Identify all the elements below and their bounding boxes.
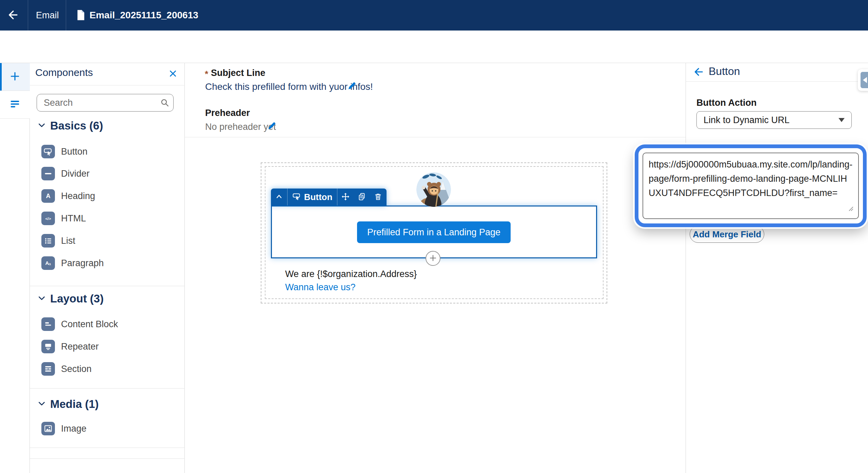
document-title: Email_20251115_200613	[90, 0, 198, 31]
pencil-icon	[347, 86, 357, 92]
components-panel-title: Components	[35, 67, 93, 78]
component-item-label: Divider	[61, 169, 90, 179]
content-block-component-icon	[41, 317, 55, 331]
section-header-basics[interactable]: Basics (6)	[37, 119, 103, 132]
component-item-label: Section	[61, 364, 92, 374]
repeater-component-icon	[41, 340, 55, 353]
component-item-label: Content Block	[61, 319, 118, 330]
back-arrow-icon	[6, 17, 18, 22]
component-item-list[interactable]: List	[41, 234, 75, 248]
component-item-heading[interactable]: A Heading	[41, 189, 95, 203]
required-mark: *	[205, 69, 208, 79]
component-type-badge: Button	[288, 189, 337, 205]
panel-title: Button	[709, 65, 740, 78]
unsubscribe-link[interactable]: Wanna leave us?	[285, 282, 356, 293]
component-item-html[interactable]: </> HTML	[41, 212, 86, 225]
button-action-dropdown[interactable]: Link to Dynamic URL	[696, 111, 852, 129]
chevron-down-icon	[37, 121, 46, 131]
panel-divider	[30, 286, 185, 286]
chevron-down-icon	[37, 399, 46, 409]
add-component-button[interactable]	[426, 251, 440, 266]
component-item-paragraph[interactable]: Aa Paragraph	[41, 256, 104, 270]
collapse-panel-button[interactable]	[858, 69, 868, 91]
component-item-label: Repeater	[61, 341, 99, 352]
component-item-repeater[interactable]: Repeater	[41, 340, 99, 353]
divider-component-icon	[41, 167, 55, 180]
button-component-icon	[41, 145, 55, 158]
chevron-up-icon	[275, 192, 283, 202]
component-action-toolbar: Button	[271, 189, 387, 205]
heading-component-icon: A	[41, 189, 55, 203]
delete-component-button[interactable]	[370, 189, 386, 205]
component-item-label: HTML	[61, 213, 86, 224]
pencil-icon	[267, 126, 277, 132]
close-icon	[169, 74, 177, 79]
svg-text:a: a	[49, 261, 51, 266]
component-item-button[interactable]: Button	[41, 145, 87, 158]
app-header: Email Email_20251115_200613	[0, 0, 868, 31]
copy-icon	[357, 192, 366, 202]
subject-separator	[185, 137, 686, 137]
section-header-layout[interactable]: Layout (3)	[37, 292, 104, 305]
section-component-icon	[41, 362, 55, 376]
header-divider	[28, 0, 28, 31]
panel-divider	[30, 448, 185, 448]
back-button[interactable]	[5, 8, 20, 23]
edit-subject-button[interactable]	[347, 80, 358, 92]
component-item-content-block[interactable]: Content Block	[41, 317, 118, 331]
plus-icon	[10, 71, 20, 82]
trash-icon	[374, 192, 382, 202]
header-divider	[66, 0, 66, 31]
svg-text:</>: </>	[45, 216, 51, 221]
collapse-icon	[861, 72, 868, 88]
move-component-button[interactable]	[337, 189, 354, 205]
component-item-label: Paragraph	[61, 258, 104, 269]
left-rail	[0, 63, 30, 473]
chevron-down-icon	[839, 118, 845, 122]
component-item-label: Button	[61, 146, 87, 157]
search-input[interactable]	[37, 94, 174, 112]
add-components-tab[interactable]	[0, 63, 30, 91]
chevron-down-icon	[37, 294, 46, 304]
dynamic-url-input[interactable]: https://d5j000000m5ubuaa.my.site.com/lp/…	[643, 153, 859, 219]
edit-preheader-button[interactable]	[267, 120, 278, 132]
paragraph-component-icon: Aa	[41, 256, 55, 270]
html-component-icon: </>	[41, 212, 55, 225]
panel-divider	[686, 81, 868, 82]
app-object-label: Email	[36, 0, 59, 31]
component-tab-label: Button	[304, 192, 333, 202]
component-item-divider[interactable]: Divider	[41, 167, 90, 180]
menu-icon	[10, 100, 20, 110]
organization-address-text: We are {!$organization.Address}	[285, 269, 417, 279]
search-icon	[160, 98, 170, 109]
section-title: Media (1)	[50, 398, 99, 411]
component-item-section[interactable]: Section	[41, 362, 92, 376]
resize-handle-icon[interactable]	[849, 206, 853, 213]
list-component-icon	[41, 234, 55, 248]
email-cta-button[interactable]: Prefilled Form in a Landing Page	[357, 221, 511, 243]
duplicate-component-button[interactable]	[354, 189, 370, 205]
collapse-component-button[interactable]	[271, 189, 287, 205]
button-component-icon	[292, 192, 301, 202]
email-builder-app: Email Email_20251115_200613 ↶ ↷ View Mod…	[0, 0, 868, 473]
svg-text:A: A	[46, 192, 50, 199]
builder-toolbar: ↶ ↷ View Mode: Desktop	[0, 31, 868, 63]
add-merge-field-button[interactable]: Add Merge Field	[690, 226, 764, 243]
section-title: Layout (3)	[50, 292, 104, 305]
back-arrow-icon	[693, 73, 704, 78]
panel-divider	[30, 388, 185, 389]
move-icon	[341, 192, 350, 202]
panel-back-button[interactable]	[692, 66, 705, 79]
button-action-value: Link to Dynamic URL	[704, 115, 790, 125]
image-component-icon	[41, 422, 55, 435]
section-header-media[interactable]: Media (1)	[37, 398, 99, 411]
button-action-label: Button Action	[696, 98, 756, 108]
dynamic-url-highlight-ring: https://d5j000000m5ubuaa.my.site.com/lp/…	[635, 144, 867, 227]
plus-icon	[429, 254, 437, 263]
close-panel-button[interactable]	[167, 68, 179, 80]
structure-tab[interactable]	[0, 91, 30, 119]
document-icon	[77, 9, 85, 22]
component-item-image[interactable]: Image	[41, 422, 86, 435]
section-title: Basics (6)	[50, 119, 103, 132]
subject-line-label: Subject Line	[211, 68, 265, 78]
